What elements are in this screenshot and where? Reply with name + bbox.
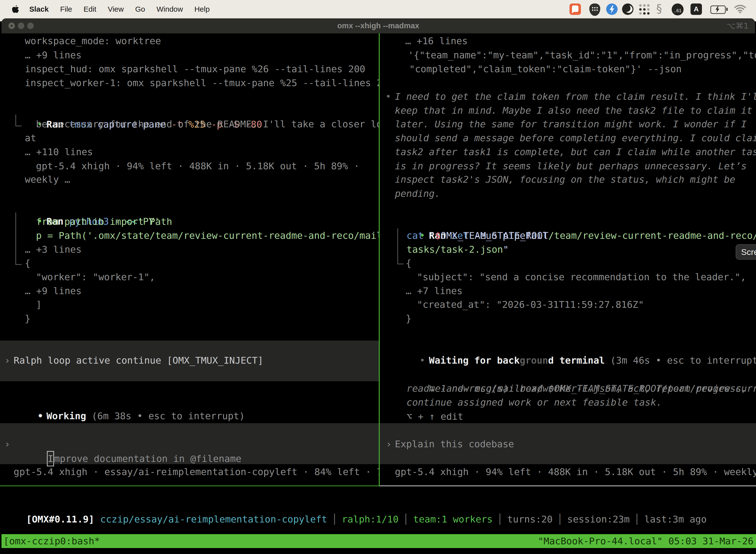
terminal-line: inspect_worker-1: omx sparkshell --tmux-…: [25, 76, 379, 90]
left-input-placeholder[interactable]: Improve documentation in @filename: [14, 437, 241, 451]
left-terminal-pane[interactable]: workspace_mode: worktree … +9 lines insp…: [0, 33, 379, 486]
waiting-label-shimmer: groun: [520, 355, 548, 366]
working-bullet: •: [38, 409, 46, 423]
battery-percent-icon[interactable]: ..61: [672, 3, 684, 15]
working-status-line: •Working(6m 38s • esc to interrupt): [3, 395, 245, 409]
hud-last-activity: last:3m ago: [644, 514, 707, 525]
terminal-line: '{"team_name":"my-team","task_id":"1","f…: [408, 48, 756, 62]
terminal-line: be necessary for the end of the README. …: [36, 117, 379, 131]
hud-ralph-counter: ralph:1/10: [342, 514, 398, 525]
omx-version-badge: [OMX#0.11.9]: [26, 514, 94, 525]
menu-view[interactable]: View: [108, 5, 124, 13]
pane-divider[interactable]: [379, 33, 380, 486]
terminal-line: {: [25, 256, 30, 270]
input-prompt[interactable]: ›: [4, 437, 10, 451]
crescent-icon[interactable]: [622, 3, 633, 15]
command-line: •Ranset -euo pipefail: [385, 215, 548, 229]
mailbox-message-line: continue assigned work or next feasible …: [406, 395, 662, 409]
thinking-line: is in progress? It seems likely but perh…: [395, 159, 747, 173]
thinking-bullet: •: [385, 90, 391, 104]
hud-session-time: session:23m: [567, 514, 630, 525]
collapsed-lines-indicator[interactable]: … +16 lines: [405, 34, 468, 48]
window-title: omx --xhigh --madmax: [1, 18, 755, 33]
terminal-line: at: [25, 131, 36, 145]
terminal-line: … +9 lines: [25, 48, 82, 62]
window-title-bar[interactable]: omx --xhigh --madmax ⌥⌘1: [1, 18, 755, 34]
collapsed-lines-indicator[interactable]: … +9 lines: [25, 284, 82, 298]
terminal-line: "worker": "worker-1",: [36, 270, 155, 284]
command-continuation: cat "$OMX_TEAM_STATE_ROOT/team/review-cu…: [406, 229, 756, 242]
tree-guide: [15, 115, 21, 126]
thinking-line: inspect task2's JSON, focusing on the st…: [395, 172, 736, 186]
waiting-label: d terminal: [548, 355, 605, 366]
tooltip: Scre: [736, 244, 756, 260]
waiting-detail: (3m 46s • esc to interrupt): [611, 355, 756, 366]
collapsed-lines-indicator[interactable]: … +7 lines: [406, 284, 462, 298]
pane-bottom-border-left: [0, 486, 380, 486]
command-line: •Rantmux capture-pane -t %25 -p -S -80: [3, 104, 262, 117]
dots-grid-icon[interactable]: [638, 3, 650, 15]
working-label: Working: [46, 410, 86, 422]
collapsed-lines-indicator[interactable]: … +110 lines: [25, 145, 93, 159]
shield-grid-icon[interactable]: [589, 3, 600, 16]
right-input-placeholder[interactable]: Explain this codebase: [395, 437, 514, 451]
terminal-line: "subject": "send a concise recommendatio…: [417, 270, 746, 284]
chat-app-icon[interactable]: [569, 3, 581, 15]
ralph-banner-prompt: ›: [4, 353, 10, 367]
wifi-icon[interactable]: [734, 4, 746, 15]
battery-icon[interactable]: [710, 5, 728, 13]
thinking-line: I need to get the claim token from the c…: [395, 90, 756, 104]
waiting-status-line: •Waiting for background terminal(3m 46s …: [385, 340, 756, 353]
menu-window[interactable]: Window: [156, 5, 183, 13]
tmux-host-clock: "MacBook-Pro-44.local" 05:03 31-Mar-26: [538, 534, 754, 548]
pane-bottom-border-right: [380, 486, 756, 486]
terminal-line: ]: [36, 297, 42, 312]
right-model-status-line: gpt-5.4 xhigh · 94% left · 488K in · 5.1…: [395, 465, 756, 479]
terminal-line: workspace_mode: worktree: [25, 34, 161, 48]
right-terminal-pane[interactable]: … +16 lines '{"team_name":"my-team","tas…: [380, 33, 756, 486]
terminal-line: gpt-5.4 xhigh · 94% left · 488K in · 5.1…: [36, 159, 359, 173]
code-line: p = Path('.omx/state/team/review-current…: [36, 229, 379, 242]
menu-file[interactable]: File: [60, 5, 72, 13]
hud-separator: │: [332, 514, 337, 525]
code-line: from pathlib import Path: [36, 215, 172, 229]
mailbox-message-line: readme-and-reco/mailbox/worker-1.json, a…: [406, 382, 747, 395]
menu-help[interactable]: Help: [194, 5, 210, 13]
hud-separator: │: [403, 514, 409, 525]
left-model-status-line: gpt-5.4 xhigh · essay/ai-reimplementatio…: [14, 465, 379, 479]
collapsed-lines-indicator[interactable]: … +3 lines: [25, 242, 82, 257]
tmux-session-name[interactable]: [omx-cczip0:bash*: [3, 534, 100, 548]
thinking-line: pending.: [395, 187, 440, 201]
thinking-line: later. Using the same for transition mig…: [395, 117, 747, 131]
omx-hud-status-line: [OMX#0.11.9]cczip/essay/ai-reimplementat…: [3, 498, 707, 512]
hud-turns: turns:20: [507, 514, 553, 525]
ralph-banner-text: Ralph loop active continue [OMX_TMUX_INJ…: [14, 353, 263, 367]
menu-edit[interactable]: Edit: [83, 5, 97, 13]
macos-screen: Slack File Edit View Go Window Help § ..…: [0, 0, 756, 554]
terminal-line: "created_at": "2026-03-31T11:59:27.816Z": [417, 297, 644, 312]
squiggle-icon[interactable]: §: [656, 2, 662, 15]
thinking-line: keep that in mind. Maybe I also need the…: [395, 104, 752, 117]
input-prompt[interactable]: ›: [386, 437, 392, 451]
tree-guide: [15, 213, 21, 265]
terminal-line: }: [406, 312, 412, 325]
bolt-app-icon[interactable]: [606, 3, 618, 15]
menu-app-name[interactable]: Slack: [29, 5, 49, 13]
command-line: •Ranpython3 - <<'PY': [3, 201, 160, 214]
window-shortcut-badge: ⌥⌘1: [727, 18, 749, 33]
hud-project: cczip/essay/ai-reimplementation-copyleft: [100, 514, 327, 525]
hud-separator: │: [497, 514, 503, 525]
tmux-status-bar: [omx-cczip0:bash* "MacBook-Pro-44.local"…: [1, 534, 756, 548]
terminal-line: }: [25, 312, 30, 325]
thinking-line: should send a message before completing …: [395, 131, 756, 145]
menu-go[interactable]: Go: [135, 5, 145, 13]
waiting-label: Waiting for back: [429, 355, 520, 366]
placeholder-text: mprove documentation in @filename: [54, 453, 241, 464]
thinking-line: task2 after task1 is complete, but can I…: [395, 145, 756, 159]
text-cursor: I: [47, 451, 54, 466]
apple-menu-icon[interactable]: [11, 4, 19, 14]
working-detail: (6m 38s • esc to interrupt): [91, 410, 245, 422]
hud-separator: │: [634, 514, 640, 525]
input-source-icon[interactable]: A: [691, 3, 702, 15]
edit-hint: ⌥ + ↑ edit: [406, 409, 463, 424]
